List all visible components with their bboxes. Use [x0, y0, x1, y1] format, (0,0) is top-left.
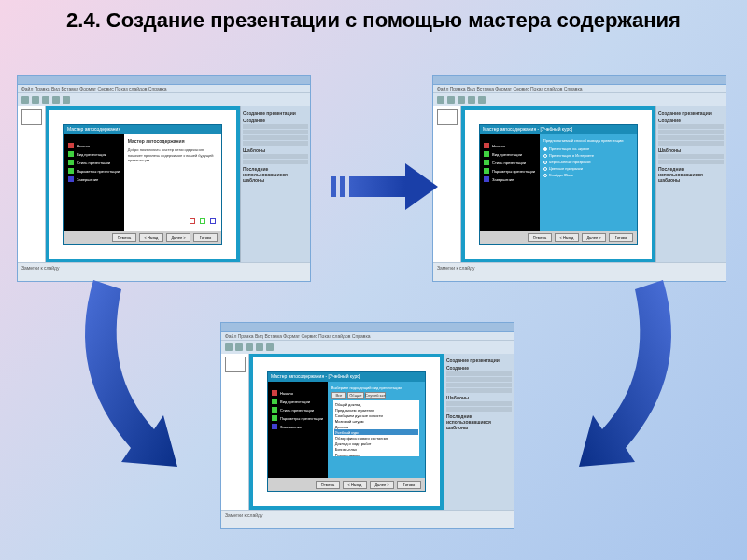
dialog-buttons: Отмена < Назад Далее > Готово — [64, 231, 221, 244]
wizard-nav: Начало Вид презентации Стиль презентации… — [268, 382, 328, 478]
wizard-content: Выберите подходящий вид презентации Все … — [328, 382, 425, 478]
back-button[interactable]: < Назад — [343, 481, 367, 489]
next-button[interactable]: Далее > — [370, 481, 394, 489]
screenshot-step3: Файл Правка Вид Вставка Формат Сервис По… — [220, 322, 514, 529]
toolbar — [433, 93, 726, 106]
next-button[interactable]: Далее > — [166, 233, 190, 242]
slide-editor: Мастер автосодержания - [Учебный курс] Н… — [249, 354, 444, 510]
window-titlebar — [18, 76, 310, 85]
wizard-content: Мастер автосодержания Добро пожаловать м… — [124, 134, 221, 231]
cancel-button[interactable]: Отмена — [316, 481, 340, 489]
dialog-title: Мастер автосодержания - [Учебный курс] — [268, 372, 425, 382]
decorative-squares — [188, 217, 218, 227]
toolbar — [18, 93, 310, 106]
wizard-dialog: Мастер автосодержания - [Учебный курс] Н… — [479, 124, 638, 245]
curved-arrow-right-icon — [514, 280, 700, 495]
notes-pane: Заметки к слайду — [221, 510, 514, 528]
task-pane: Создание презентации Создание Шаблоны По… — [240, 106, 310, 262]
curved-arrow-left-icon — [56, 280, 243, 495]
screenshot-step2: Файл Правка Вид Вставка Формат Сервис По… — [432, 75, 726, 282]
back-button[interactable]: < Назад — [555, 233, 579, 242]
finish-button[interactable]: Готово — [609, 233, 633, 242]
menu-bar: Файл Правка Вид Вставка Формат Сервис По… — [433, 85, 726, 93]
dialog-buttons: Отмена < Назад Далее > Готово — [268, 478, 425, 491]
wizard-dialog: Мастер автосодержания Начало Вид презент… — [63, 124, 222, 245]
finish-button[interactable]: Готово — [193, 233, 218, 242]
next-button[interactable]: Далее > — [582, 233, 606, 242]
notes-pane: Заметки к слайду — [18, 262, 310, 281]
wizard-nav: Начало Вид презентации Стиль презентации… — [480, 134, 540, 231]
slide-editor: Мастер автосодержания - [Учебный курс] Н… — [461, 106, 655, 262]
slide-title: 2.4. Создание презентации с помощью маст… — [0, 0, 747, 44]
notes-pane: Заметки к слайду — [433, 262, 726, 281]
wizard-content: Предполагаемый способ вывода презентации… — [540, 134, 637, 231]
back-button[interactable]: < Назад — [139, 233, 163, 242]
dialog-title: Мастер автосодержания - [Учебный курс] — [480, 125, 637, 134]
task-pane: Создание презентации Создание Шаблоны По… — [655, 106, 726, 262]
window-titlebar — [221, 323, 514, 332]
menu-bar: Файл Правка Вид Вставка Формат Сервис По… — [18, 85, 310, 93]
arrow-right-icon — [332, 154, 426, 219]
finish-button[interactable]: Готово — [397, 481, 421, 489]
window-titlebar — [433, 76, 726, 85]
slide-editor: Мастер автосодержания Начало Вид презент… — [46, 106, 240, 262]
screenshot-step1: Файл Правка Вид Вставка Формат Сервис По… — [17, 75, 311, 282]
slide-thumbnails — [18, 106, 46, 262]
cancel-button[interactable]: Отмена — [112, 233, 136, 242]
cancel-button[interactable]: Отмена — [528, 233, 552, 242]
menu-bar: Файл Правка Вид Вставка Формат Сервис По… — [221, 332, 514, 341]
toolbar — [221, 341, 514, 354]
wizard-nav: Начало Вид презентации Стиль презентации… — [64, 134, 124, 231]
dialog-title: Мастер автосодержания — [64, 125, 221, 134]
dialog-buttons: Отмена < Назад Далее > Готово — [480, 231, 637, 244]
wizard-dialog: Мастер автосодержания - [Учебный курс] Н… — [267, 371, 426, 492]
task-pane: Создание презентации Создание Шаблоны По… — [444, 354, 514, 510]
